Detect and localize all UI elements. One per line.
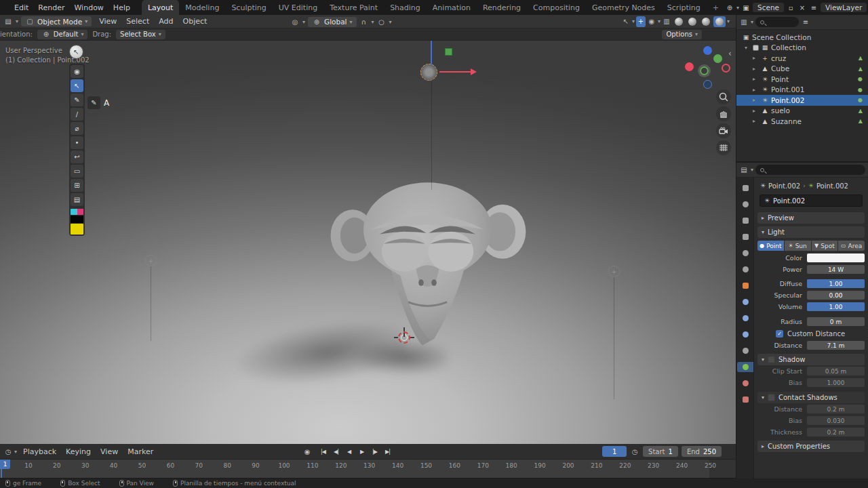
viewport-menu-view[interactable]: View bbox=[94, 16, 121, 26]
tab-compositing[interactable]: Compositing bbox=[527, 0, 586, 15]
expand-icon[interactable]: ▸ bbox=[753, 87, 759, 93]
sidebar-toggle-icon[interactable]: ‹ bbox=[728, 49, 732, 58]
add-object-tool-button[interactable]: ▤ bbox=[71, 193, 83, 206]
properties-tab-output[interactable] bbox=[737, 216, 753, 226]
timeline-menu-view[interactable]: View bbox=[96, 447, 123, 457]
outliner-item-point-001[interactable]: ▸☀Point.001● bbox=[736, 85, 868, 96]
axis-z-positive[interactable] bbox=[703, 46, 712, 55]
contact-shadows-header[interactable]: ▾ Contact Shadows bbox=[757, 392, 865, 403]
tab-rendering[interactable]: Rendering bbox=[477, 0, 527, 15]
clip-start-field[interactable]: 0.05 m bbox=[807, 367, 865, 375]
camera-view-button[interactable] bbox=[716, 123, 731, 138]
active-tool-badge[interactable]: ↖ bbox=[69, 45, 83, 59]
annotate-tool-button[interactable]: ✎ bbox=[71, 94, 83, 106]
contact-shadows-checkbox[interactable] bbox=[768, 394, 775, 401]
outliner-item-suzanne[interactable]: ▸▲Suzanne▲ bbox=[736, 116, 868, 127]
timeline-menu-playback[interactable]: Playback bbox=[18, 447, 61, 457]
gizmo-x-axis-arrow[interactable] bbox=[439, 71, 471, 73]
black-swatch[interactable] bbox=[71, 216, 83, 223]
breadcrumb-object[interactable]: Point.002 bbox=[768, 182, 800, 190]
expand-icon[interactable]: ▸ bbox=[753, 97, 759, 103]
viewport-menu-add[interactable]: Add bbox=[154, 16, 178, 26]
suzanne-mesh[interactable] bbox=[324, 178, 531, 360]
show-gizmo-icon[interactable]: + bbox=[636, 16, 646, 27]
proportional-editing-icon[interactable]: ○ bbox=[377, 16, 387, 27]
shadow-checkbox[interactable] bbox=[768, 356, 775, 363]
end-frame-field[interactable]: End 250 bbox=[682, 446, 722, 457]
axis-x-negative[interactable] bbox=[685, 62, 694, 71]
start-frame-field[interactable]: Start 1 bbox=[643, 446, 678, 457]
distance-field[interactable]: 7.1 m bbox=[807, 341, 865, 350]
select-tweak-tool-button[interactable]: ◉ bbox=[71, 65, 83, 78]
3d-cursor[interactable] bbox=[397, 330, 412, 345]
properties-search-input[interactable] bbox=[755, 165, 865, 175]
annotate-pencil-icon[interactable]: ✎ bbox=[87, 96, 100, 109]
light-type-point[interactable]: ●Point bbox=[757, 241, 784, 251]
magenta-swatch[interactable] bbox=[77, 209, 84, 215]
outliner-editor-icon[interactable]: ▥ bbox=[739, 17, 749, 28]
properties-tab-object-constraints[interactable] bbox=[737, 346, 753, 356]
new-scene-button[interactable]: ▫ bbox=[786, 2, 795, 13]
outliner-item-point[interactable]: ▸☀Point● bbox=[736, 74, 868, 85]
cyan-swatch[interactable] bbox=[71, 209, 77, 215]
properties-tab-object-data[interactable] bbox=[737, 362, 753, 372]
move-tool-button[interactable]: • bbox=[71, 136, 83, 149]
properties-tab-object[interactable] bbox=[737, 281, 753, 291]
playback-previous-keyframe-button[interactable]: ◀| bbox=[330, 447, 342, 458]
shading-rendered-button[interactable] bbox=[713, 16, 726, 27]
yellow-swatch[interactable] bbox=[71, 224, 83, 235]
custom-distance-checkbox[interactable] bbox=[776, 330, 783, 338]
playback-play-button[interactable]: ▶ bbox=[356, 447, 368, 458]
cursor-tool-button[interactable]: ⌀ bbox=[71, 122, 83, 135]
volume-slider[interactable]: 1.00 bbox=[807, 302, 865, 311]
shading-solid-button[interactable] bbox=[686, 16, 698, 27]
light-type-sun[interactable]: ☀Sun bbox=[785, 241, 811, 251]
diffuse-slider[interactable]: 1.00 bbox=[807, 279, 865, 288]
navigation-gizmo[interactable] bbox=[684, 46, 732, 89]
data-name-field[interactable]: ☀ Point.002 bbox=[760, 195, 863, 207]
axis-y-negative[interactable] bbox=[700, 66, 709, 75]
measure-tool-button[interactable]: ∕ bbox=[71, 108, 83, 121]
timeline-ruler[interactable]: 1 10203040506070809010011012013014015016… bbox=[0, 460, 736, 478]
viewlayer-selector[interactable]: ViewLayer bbox=[821, 3, 867, 12]
unlink-scene-button[interactable]: × bbox=[797, 2, 807, 13]
selectability-icon[interactable]: ↖ bbox=[621, 16, 631, 27]
timeline-menu-keying[interactable]: Keying bbox=[61, 447, 96, 457]
shading-wireframe-button[interactable] bbox=[673, 16, 685, 27]
xray-toggle-icon[interactable]: ▥ bbox=[662, 16, 671, 27]
orientation-dropdown[interactable]: ⊕ Default ▾ bbox=[37, 30, 88, 39]
rotate-tool-button[interactable]: ↩ bbox=[71, 150, 83, 163]
playback-previous-frame-button[interactable]: ◀ bbox=[343, 447, 355, 458]
point-light-gizmo[interactable]: + bbox=[145, 255, 157, 266]
expand-icon[interactable]: ▸ bbox=[753, 55, 759, 61]
viewport-menu-select[interactable]: Select bbox=[121, 16, 154, 26]
outliner-item-suelo[interactable]: ▸▲suelo▲ bbox=[736, 106, 868, 117]
tab-texture-paint[interactable]: Texture Paint bbox=[323, 0, 384, 15]
properties-tab-scene[interactable] bbox=[737, 248, 753, 258]
orthographic-toggle-button[interactable] bbox=[716, 140, 731, 155]
playback-jump-to-start-button[interactable]: |◀ bbox=[317, 447, 329, 458]
palette-duo-swatch[interactable] bbox=[71, 209, 83, 215]
properties-tab-material[interactable] bbox=[737, 378, 753, 388]
shading-material-button[interactable] bbox=[700, 16, 712, 27]
viewport-menu-object[interactable]: Object bbox=[178, 16, 212, 26]
radius-field[interactable]: 0 m bbox=[807, 317, 865, 326]
tab-animation[interactable]: Animation bbox=[427, 0, 477, 15]
tab-geometry-nodes[interactable]: Geometry Nodes bbox=[586, 0, 661, 15]
viewport-canvas[interactable]: User Perspective (1) Collection | Point.… bbox=[0, 41, 736, 444]
active-tool-icon[interactable]: ⊕ bbox=[725, 2, 734, 13]
pan-hand-button[interactable] bbox=[716, 106, 731, 121]
outliner-item-scene-collection[interactable]: ▣ Scene Collection bbox=[736, 32, 868, 43]
gizmo-plane-handle[interactable] bbox=[445, 48, 452, 56]
menu-help[interactable]: Help bbox=[108, 3, 135, 13]
light-color-swatch[interactable] bbox=[807, 253, 865, 262]
point-light-002-gizmo[interactable] bbox=[420, 64, 437, 81]
overlays-icon[interactable]: ◉ bbox=[647, 16, 656, 27]
thickness-field[interactable]: 0.2 m bbox=[807, 428, 865, 436]
properties-tab-tool[interactable] bbox=[737, 183, 753, 193]
axis-z-negative[interactable] bbox=[703, 80, 712, 89]
scene-selector[interactable]: Scene bbox=[753, 3, 784, 12]
menu-edit[interactable]: Edit bbox=[9, 3, 33, 13]
axis-x-positive[interactable] bbox=[722, 64, 730, 73]
tab-scripting[interactable]: Scripting bbox=[661, 0, 707, 15]
